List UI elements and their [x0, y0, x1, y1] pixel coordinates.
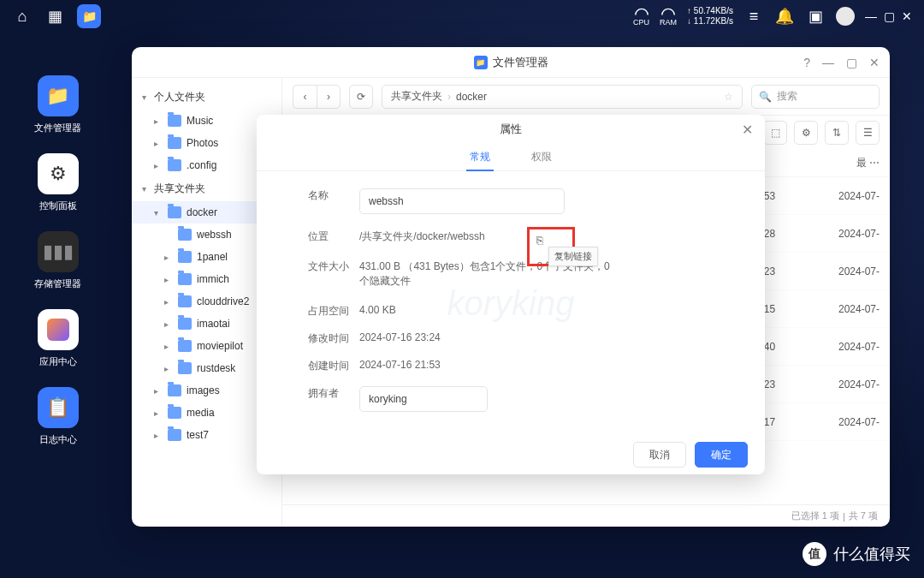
window-close-icon[interactable]: ✕ — [869, 56, 880, 69]
used-value: 4.00 KB — [359, 304, 396, 316]
toolbar: ‹› ⟳ 共享文件夹›docker☆ 🔍搜索 — [282, 78, 890, 116]
view-button[interactable]: ☰ — [856, 121, 880, 145]
dock-log-center[interactable]: 📋日志中心 — [38, 387, 79, 446]
search-icon: 🔍 — [759, 91, 772, 103]
tab-permissions[interactable]: 权限 — [528, 145, 555, 170]
notifications-icon[interactable]: 🔔 — [774, 6, 795, 27]
properties-dialog: 属性✕ 常规 权限 koryking 名称 位置/共享文件夹/docker/we… — [257, 115, 765, 474]
star-icon[interactable]: ☆ — [724, 91, 733, 103]
dialog-close-icon[interactable]: ✕ — [742, 122, 753, 138]
copy-highlight: ⎘ 复制链接 — [527, 227, 575, 266]
folder-icon: 📁 — [474, 56, 488, 69]
sort-button[interactable]: ⇅ — [825, 121, 849, 145]
dock-app-center[interactable]: 应用中心 — [38, 309, 79, 368]
window-minimize-icon[interactable]: — — [822, 56, 834, 69]
cpu-meter: CPU — [633, 6, 649, 27]
tree-personal[interactable]: ▾个人文件夹 — [132, 85, 281, 110]
copy-link-icon[interactable]: ⎘ — [531, 231, 548, 248]
window-maximize-icon[interactable]: ▢ — [846, 56, 857, 69]
nav-back-button[interactable]: ‹ — [293, 85, 317, 109]
user-avatar[interactable] — [836, 7, 855, 26]
upload-button[interactable]: ⬚ — [763, 121, 787, 145]
network-speed: ↑ 50.74KB/s↓ 11.72KB/s — [687, 6, 733, 27]
dock-storage[interactable]: ▮▮▮存储管理器 — [34, 231, 81, 290]
dock-control-panel[interactable]: ⚙控制面板 — [38, 153, 79, 212]
window-titlebar: 📁文件管理器 ? — ▢ ✕ — [132, 47, 890, 78]
widgets-icon[interactable]: ▣ — [805, 6, 826, 27]
help-icon[interactable]: ? — [803, 56, 810, 69]
refresh-button[interactable]: ⟳ — [349, 85, 373, 109]
ctime-value: 2024-07-16 21:53 — [359, 359, 441, 371]
apps-grid-icon[interactable]: ▦ — [44, 6, 65, 27]
name-field[interactable] — [359, 188, 565, 214]
ok-button[interactable]: 确定 — [695, 442, 748, 468]
owner-field[interactable] — [359, 386, 488, 412]
dock-file-manager[interactable]: 📁文件管理器 — [34, 75, 81, 134]
settings-icon[interactable]: ≡ — [743, 6, 764, 27]
ram-meter: RAM — [660, 6, 677, 27]
window-title: 文件管理器 — [493, 55, 548, 70]
maximize-icon[interactable]: ▢ — [884, 9, 895, 23]
cancel-button[interactable]: 取消 — [633, 442, 686, 468]
nav-forward-button[interactable]: › — [317, 85, 341, 109]
active-app-icon[interactable]: 📁 — [77, 4, 101, 28]
dialog-title: 属性 — [500, 122, 522, 137]
settings-button[interactable]: ⚙ — [794, 121, 818, 145]
status-bar: 已选择 1 项|共 7 项 — [282, 504, 890, 527]
system-topbar: ⌂ ▦ 📁 CPU RAM ↑ 50.74KB/s↓ 11.72KB/s ≡ 🔔… — [0, 0, 924, 33]
desktop-dock: 📁文件管理器 ⚙控制面板 ▮▮▮存储管理器 应用中心 📋日志中心 — [34, 75, 81, 446]
mtime-value: 2024-07-16 23:24 — [359, 331, 441, 343]
close-icon[interactable]: ✕ — [902, 9, 912, 23]
breadcrumb[interactable]: 共享文件夹›docker☆ — [382, 85, 743, 109]
search-input[interactable]: 🔍搜索 — [751, 85, 880, 109]
tab-general[interactable]: 常规 — [466, 145, 494, 170]
location-value: /共享文件夹/docker/webssh — [359, 229, 485, 244]
copy-tooltip: 复制链接 — [548, 247, 598, 266]
home-icon[interactable]: ⌂ — [12, 6, 33, 27]
brand-watermark: 值什么值得买 — [803, 542, 910, 566]
minimize-icon[interactable]: — — [865, 9, 877, 23]
